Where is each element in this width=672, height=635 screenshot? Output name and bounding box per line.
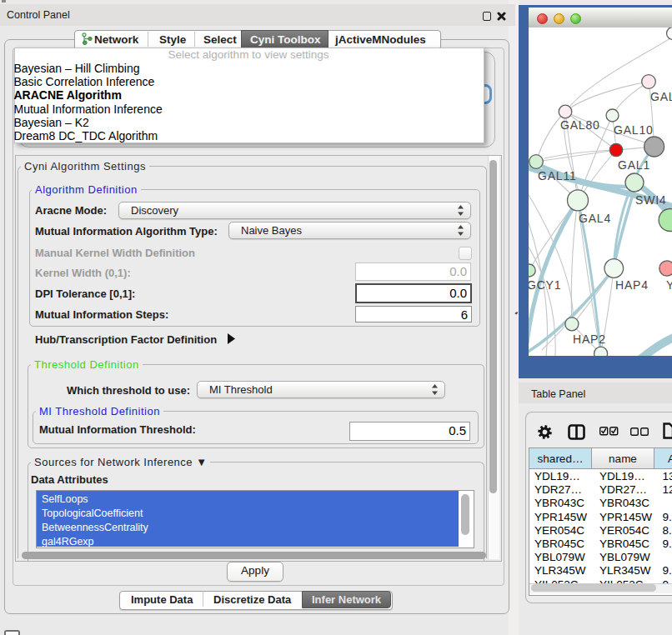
- svg-text:HAP4: HAP4: [615, 278, 649, 292]
- svg-text:GAL1: GAL1: [618, 158, 650, 172]
- svg-text:GAL11: GAL11: [538, 169, 577, 182]
- svg-text:SWI4: SWI4: [635, 193, 666, 207]
- svg-text:GCY1: GCY1: [529, 278, 561, 292]
- svg-text:GAL10: GAL10: [614, 123, 654, 137]
- svg-text:GAL80: GAL80: [560, 118, 600, 132]
- svg-text:YJ: YJ: [666, 278, 672, 292]
- svg-text:HAP2: HAP2: [573, 332, 606, 346]
- svg-text:GAL4: GAL4: [579, 212, 611, 225]
- svg-text:GAL: GAL: [650, 90, 672, 103]
